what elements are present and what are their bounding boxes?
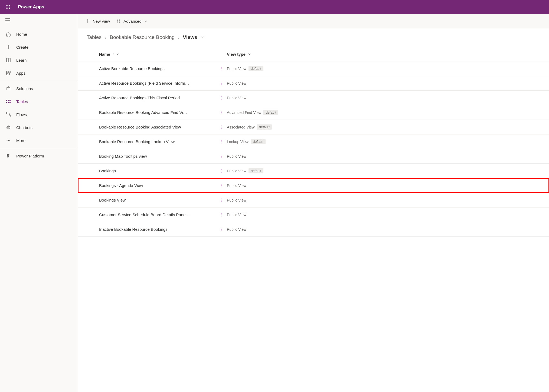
more-vertical-icon [219,183,223,188]
row-more-button[interactable] [215,139,227,144]
svg-point-28 [6,113,7,114]
sidebar-item-learn[interactable]: Learn [0,54,78,67]
svg-point-33 [9,127,9,128]
hamburger-icon [5,18,10,22]
hamburger-button[interactable] [0,14,78,27]
view-name-text: Active Resource Bookings (Field Service … [99,81,189,85]
nav-group-platform: Power Platform [0,148,78,163]
sidebar-item-more[interactable]: More [0,134,78,147]
view-name-text: Bookings [99,169,116,173]
table-row[interactable]: Bookable Resource Booking Lookup ViewLoo… [78,134,549,149]
cell-viewtype: Public View [227,198,549,202]
cell-name[interactable]: Bookings [99,169,215,173]
row-more-button[interactable] [215,183,227,188]
sidebar-item-flows[interactable]: Flows [0,108,78,121]
sidebar-item-chatbots[interactable]: Chatbots [0,121,78,134]
svg-rect-17 [9,71,10,73]
svg-point-68 [221,185,222,186]
table-row[interactable]: Booking Map Tooltips viewPublic View [78,149,549,164]
row-more-button[interactable] [215,81,227,86]
row-more-button[interactable] [215,110,227,115]
cell-viewtype: Advanced Find Viewdefault [227,110,549,115]
cell-name[interactable]: Active Bookable Resource Bookings [99,66,215,71]
table-row[interactable]: Bookable Resource Booking Advanced Find … [78,105,549,120]
tables-icon [5,98,11,104]
svg-point-40 [117,20,118,21]
view-name-text: Bookable Resource Booking Advanced Find … [99,110,187,115]
table-row[interactable]: Active Bookable Resource BookingsPublic … [78,61,549,76]
table-row[interactable]: Bookings - Agenda ViewPublic View [78,178,549,193]
cell-name[interactable]: Active Resource Bookings This Fiscal Per… [99,95,215,100]
sidebar-item-create[interactable]: Create [0,41,78,54]
svg-point-49 [221,96,222,97]
waffle-button[interactable] [3,2,13,12]
cell-name[interactable]: Booking Map Tooltips view [99,154,215,159]
solutions-icon [5,85,11,91]
column-header-viewtype[interactable]: View type [227,52,549,57]
svg-point-4 [7,6,8,7]
table-row[interactable]: Bookable Resource Booking Associated Vie… [78,120,549,134]
sidebar-item-label: More [16,138,25,143]
table-row[interactable]: Customer Service Schedule Board Details … [78,207,549,222]
cell-viewtype: Public View [227,227,549,232]
row-more-button[interactable] [215,125,227,130]
sidebar-item-home[interactable]: Home [0,28,78,41]
row-more-button[interactable] [215,66,227,71]
view-type-text: Public View [227,67,246,71]
svg-point-70 [221,198,222,199]
tool-label: New view [93,19,110,24]
sidebar-item-solutions[interactable]: Solutions [0,82,78,95]
advanced-button[interactable]: Advanced [116,19,148,24]
breadcrumb-item-current[interactable]: Views [183,34,197,40]
svg-point-58 [221,140,222,141]
row-more-button[interactable] [215,169,227,173]
row-more-button[interactable] [215,198,227,203]
view-name-text: Bookings - Agenda View [99,183,143,188]
svg-point-45 [221,70,222,70]
more-vertical-icon [219,169,223,173]
nav-group-secondary: Solutions Tables Flows Chatbots [0,81,78,148]
svg-rect-27 [9,102,11,103]
svg-point-56 [221,127,222,127]
breadcrumb-item[interactable]: Bookable Resource Booking [110,34,175,40]
row-more-button[interactable] [215,154,227,159]
table-row[interactable]: Bookings ViewPublic View [78,193,549,207]
apps-icon [5,70,11,76]
svg-point-47 [221,83,222,84]
svg-point-29 [10,115,11,116]
sidebar-item-apps[interactable]: Apps [0,67,78,80]
chevron-down-icon[interactable] [201,35,204,39]
cell-name[interactable]: Bookable Resource Booking Lookup View [99,139,215,144]
cell-name[interactable]: Bookable Resource Booking Associated Vie… [99,125,215,129]
row-more-button[interactable] [215,227,227,232]
sidebar-item-powerplatform[interactable]: Power Platform [0,149,78,162]
svg-point-65 [221,170,222,171]
table-row[interactable]: Active Resource Bookings This Fiscal Per… [78,91,549,105]
breadcrumb-item[interactable]: Tables [87,34,102,40]
svg-rect-14 [6,58,8,62]
table-row[interactable]: Active Resource Bookings (Field Service … [78,76,549,91]
cell-name[interactable]: Bookings - Agenda View [99,183,215,188]
svg-point-55 [221,125,222,126]
view-type-text: Public View [227,183,246,188]
new-view-button[interactable]: New view [86,19,110,24]
svg-point-32 [8,127,8,128]
sidebar-item-tables[interactable]: Tables [0,95,78,108]
row-more-button[interactable] [215,212,227,217]
row-more-button[interactable] [215,95,227,100]
default-badge: default [251,139,266,144]
cell-name[interactable]: Inactive Bookable Resource Bookings [99,227,215,232]
sidebar: Home Create Learn Apps [0,14,78,392]
column-header-name[interactable]: Name ↑ [99,52,215,57]
table-row[interactable]: BookingsPublic Viewdefault [78,164,549,178]
waffle-icon [5,5,10,9]
view-type-text: Public View [227,213,246,217]
cell-name[interactable]: Active Resource Bookings (Field Service … [99,81,215,85]
cell-name[interactable]: Customer Service Schedule Board Details … [99,212,215,217]
cell-name[interactable]: Bookable Resource Booking Advanced Find … [99,110,215,115]
book-icon [5,57,11,63]
cell-name[interactable]: Bookings View [99,198,215,202]
svg-point-34 [7,140,8,141]
more-vertical-icon [219,125,223,130]
table-row[interactable]: Inactive Bookable Resource BookingsPubli… [78,222,549,237]
